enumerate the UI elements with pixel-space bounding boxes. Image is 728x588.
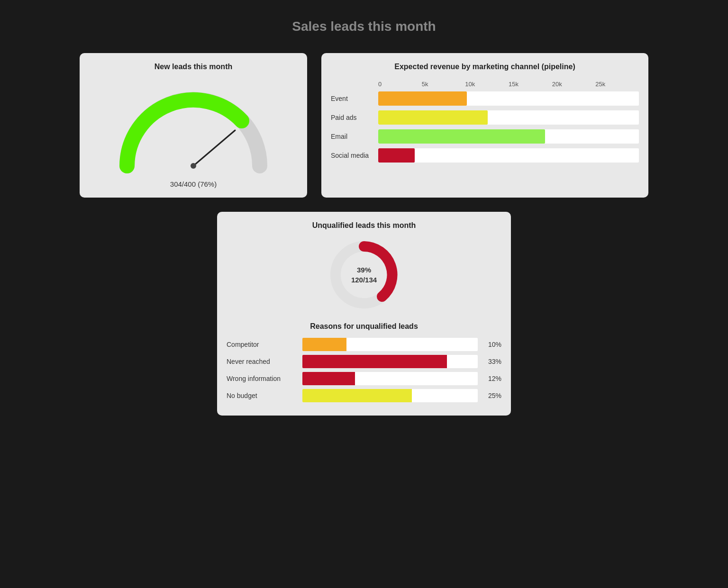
reason-fill	[302, 389, 412, 402]
bar-row: Paid ads	[331, 110, 639, 125]
gauge-label: 304/400 (76%)	[170, 180, 217, 188]
reason-row: Competitor 10%	[227, 338, 501, 351]
top-row: New leads this month 304/400 (76%) Expec…	[80, 53, 648, 198]
reason-track	[302, 355, 478, 368]
bar-track	[378, 148, 639, 163]
donut-center-text: 39% 120/134	[351, 265, 377, 285]
reason-pct: 25%	[482, 392, 501, 399]
donut-wrapper: 39% 120/134	[326, 237, 402, 313]
reason-label: No budget	[227, 392, 302, 399]
axis-labels: 0 5k 10k 15k 20k 25k	[378, 81, 639, 88]
reason-fill	[302, 355, 447, 368]
reason-row: Wrong information 12%	[227, 372, 501, 385]
bar-chart-title: Expected revenue by marketing channel (p…	[331, 63, 639, 71]
page-title: Sales leads this month	[292, 19, 436, 34]
bar-row: Event	[331, 91, 639, 106]
bar-track	[378, 91, 639, 106]
reason-track	[302, 389, 478, 402]
reason-pct: 12%	[482, 375, 501, 382]
reason-row: No budget 25%	[227, 389, 501, 402]
bar-fill	[378, 148, 415, 163]
bar-chart-card: Expected revenue by marketing channel (p…	[321, 53, 648, 198]
reason-rows: Competitor 10% Never reached 33% Wrong i…	[227, 338, 501, 402]
reason-row: Never reached 33%	[227, 355, 501, 368]
reason-track	[302, 338, 478, 351]
reason-track	[302, 372, 478, 385]
svg-point-1	[191, 163, 196, 169]
bar-fill	[378, 110, 488, 125]
axis-5k: 5k	[422, 81, 465, 88]
bar-label: Email	[331, 133, 378, 140]
axis-15k: 15k	[509, 81, 552, 88]
gauge-svg	[113, 83, 274, 178]
bar-chart-area: 0 5k 10k 15k 20k 25k Event Paid ads Emai…	[331, 78, 639, 170]
bar-label: Paid ads	[331, 114, 378, 121]
reasons-title: Reasons for unqualified leads	[227, 322, 501, 331]
bar-label: Social media	[331, 152, 378, 159]
bar-fill	[378, 129, 545, 144]
donut-card: Unqualified leads this month 39% 120/134…	[217, 212, 511, 416]
bar-row: Social media	[331, 148, 639, 163]
donut-container: 39% 120/134	[227, 237, 501, 313]
axis-25k: 25k	[595, 81, 639, 88]
donut-card-title: Unqualified leads this month	[227, 221, 501, 230]
axis-20k: 20k	[552, 81, 596, 88]
donut-pct: 39%	[357, 266, 371, 274]
bar-label: Event	[331, 95, 378, 102]
reason-label: Competitor	[227, 341, 302, 348]
gauge-card-title: New leads this month	[155, 63, 232, 71]
bar-rows: Event Paid ads Email Social media	[331, 91, 639, 163]
bar-track	[378, 129, 639, 144]
reason-fill	[302, 338, 346, 351]
reason-label: Never reached	[227, 358, 302, 365]
reason-fill	[302, 372, 355, 385]
gauge-card: New leads this month 304/400 (76%)	[80, 53, 307, 198]
bar-track	[378, 110, 639, 125]
bar-fill	[378, 91, 467, 106]
reason-pct: 33%	[482, 358, 501, 365]
axis-10k: 10k	[465, 81, 509, 88]
svg-line-0	[193, 130, 235, 166]
donut-fraction: 120/134	[351, 276, 377, 284]
reason-pct: 10%	[482, 341, 501, 348]
reason-label: Wrong information	[227, 375, 302, 382]
bar-row: Email	[331, 129, 639, 144]
axis-0: 0	[378, 81, 422, 88]
gauge-container	[113, 83, 274, 178]
